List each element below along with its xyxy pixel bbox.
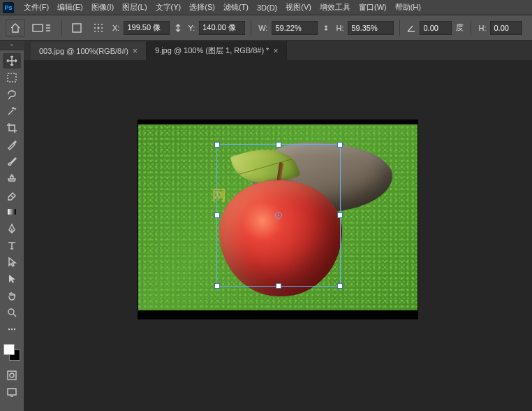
menu-file[interactable]: 文件(F): [20, 0, 53, 15]
svg-point-18: [10, 373, 14, 377]
svg-point-2: [94, 24, 96, 25]
x-label: X:: [111, 24, 121, 32]
svg-point-14: [8, 329, 10, 330]
hand-tool[interactable]: [3, 288, 21, 303]
x-input[interactable]: [124, 21, 170, 35]
menu-select[interactable]: 选择(S): [185, 0, 219, 15]
marquee-tool[interactable]: [3, 70, 21, 85]
svg-rect-1: [73, 24, 81, 32]
relative-position-icon[interactable]: [172, 22, 184, 34]
home-button[interactable]: [6, 19, 25, 37]
path-select-tool[interactable]: [3, 254, 21, 270]
svg-point-3: [98, 24, 99, 25]
svg-point-13: [8, 309, 14, 315]
svg-rect-11: [8, 73, 16, 82]
app-logo: Ps: [3, 2, 14, 13]
gradient-tool[interactable]: [3, 204, 21, 219]
tab-label: 003.jpg @ 100%(RGB/8#): [39, 47, 128, 55]
menu-plugins[interactable]: 增效工具: [316, 0, 355, 15]
separator: [471, 20, 471, 36]
tab-003[interactable]: 003.jpg @ 100%(RGB/8#) ×: [31, 42, 147, 60]
canvas-viewport[interactable]: 网: [24, 60, 532, 411]
close-icon[interactable]: ×: [273, 46, 278, 56]
svg-point-15: [11, 329, 13, 330]
angle-input[interactable]: [420, 21, 452, 35]
clone-stamp-tool[interactable]: [3, 171, 21, 186]
letterbox: [138, 310, 418, 319]
foreground-color[interactable]: [3, 344, 15, 355]
w-label: W:: [257, 24, 269, 32]
menu-bar: Ps 文件(F) 编辑(E) 图像(I) 图层(L) 文字(Y) 选择(S) 滤…: [0, 0, 532, 15]
watermark-text: 网: [212, 186, 229, 205]
workspace: »: [0, 41, 532, 411]
move-tool[interactable]: [3, 53, 21, 68]
tool-panel: »: [0, 41, 24, 411]
eyedropper-tool[interactable]: [3, 137, 21, 152]
svg-rect-12: [8, 209, 16, 215]
menu-window[interactable]: 窗口(W): [355, 0, 391, 15]
svg-point-10: [101, 31, 103, 32]
separator: [399, 20, 400, 36]
svg-point-8: [94, 31, 96, 32]
svg-point-16: [14, 329, 15, 330]
canvas-area: 003.jpg @ 100%(RGB/8#) × 9.jpg @ 100% (图…: [24, 41, 532, 411]
crop-tool[interactable]: [3, 120, 21, 136]
tab-label: 9.jpg @ 100% (图层 1, RGB/8#) *: [155, 45, 269, 56]
y-label: Y:: [186, 24, 196, 32]
skew-h-label: H:: [477, 24, 487, 32]
tools-list: [0, 50, 24, 411]
svg-point-5: [94, 27, 96, 29]
svg-rect-17: [8, 371, 16, 380]
svg-point-7: [101, 27, 103, 29]
angle-unit: 度: [455, 22, 465, 33]
svg-point-9: [98, 31, 99, 32]
w-input[interactable]: [272, 21, 318, 35]
transform-tool-preset[interactable]: [28, 20, 56, 36]
svg-rect-19: [8, 389, 16, 395]
tab-9[interactable]: 9.jpg @ 100% (图层 1, RGB/8#) * ×: [147, 41, 287, 60]
options-bar: X: Y: W: H: 度 H:: [0, 15, 532, 41]
home-icon: [10, 22, 21, 34]
angle-icon: [406, 22, 417, 34]
zoom-tool[interactable]: [3, 305, 21, 320]
quickmask-tool[interactable]: [3, 368, 21, 383]
link-icon[interactable]: [320, 22, 332, 34]
menu-view[interactable]: 视图(V): [281, 0, 316, 15]
canvas[interactable]: 网: [138, 120, 418, 319]
pen-tool[interactable]: [3, 221, 21, 236]
menu-edit[interactable]: 编辑(E): [53, 0, 87, 15]
menu-3d[interactable]: 3D(D): [253, 1, 281, 14]
collapse-tools-button[interactable]: »: [0, 41, 24, 50]
reference-point-grid[interactable]: [89, 20, 108, 36]
screenmode-tool[interactable]: [3, 384, 21, 400]
ref-grid-icon: [93, 22, 104, 34]
menu-image[interactable]: 图像(I): [87, 0, 118, 15]
y-input[interactable]: [199, 21, 245, 35]
type-tool[interactable]: [3, 238, 21, 253]
direct-select-tool[interactable]: [3, 271, 21, 287]
h-label: H:: [334, 24, 345, 32]
svg-rect-0: [33, 24, 43, 31]
brush-tool[interactable]: [3, 154, 21, 169]
separator: [61, 20, 62, 36]
document-tabs: 003.jpg @ 100%(RGB/8#) × 9.jpg @ 100% (图…: [24, 41, 532, 60]
h-input[interactable]: [348, 21, 394, 35]
menu-help[interactable]: 帮助(H): [391, 0, 425, 15]
close-icon[interactable]: ×: [133, 46, 138, 56]
skew-h-input[interactable]: [490, 21, 522, 35]
reference-point-toggle[interactable]: [68, 20, 86, 36]
menu-layer[interactable]: 图层(L): [118, 0, 151, 15]
transform-icon: [32, 22, 52, 34]
edit-toolbar[interactable]: [3, 322, 21, 337]
checkbox-icon: [72, 23, 82, 33]
letterbox: [138, 120, 418, 124]
menu-type[interactable]: 文字(Y): [152, 0, 186, 15]
color-swatches[interactable]: [3, 344, 20, 361]
lasso-tool[interactable]: [3, 87, 21, 102]
separator: [251, 20, 251, 36]
menu-filter[interactable]: 滤镜(T): [219, 0, 253, 15]
svg-point-4: [101, 24, 103, 25]
eraser-tool[interactable]: [3, 187, 21, 203]
svg-point-6: [98, 27, 100, 29]
magic-wand-tool[interactable]: [3, 103, 21, 119]
